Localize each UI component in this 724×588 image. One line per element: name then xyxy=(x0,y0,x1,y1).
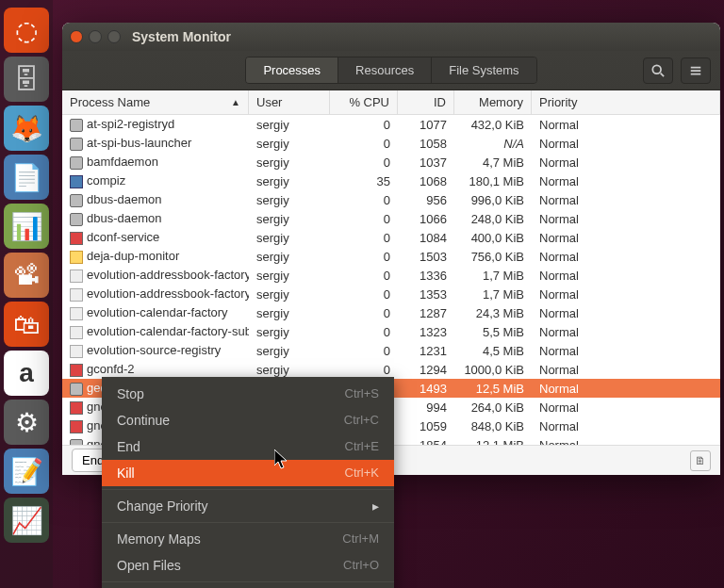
process-memory: 248,0 KiB xyxy=(454,212,532,226)
process-id: 1336 xyxy=(398,269,454,283)
process-id: 1059 xyxy=(398,419,454,433)
launcher-writer[interactable]: 📄 xyxy=(4,155,49,200)
process-icon xyxy=(70,156,83,170)
process-memory: 12,1 MiB xyxy=(454,438,532,446)
launcher-impress[interactable]: 📽 xyxy=(4,253,49,298)
process-icon xyxy=(70,251,83,264)
menu-end[interactable]: EndCtrl+E xyxy=(102,433,394,460)
process-memory: 996,0 KiB xyxy=(454,193,532,207)
process-cpu: 0 xyxy=(330,155,398,170)
table-row[interactable]: dbus-daemonsergiy0956996,0 KiBNormal xyxy=(62,190,720,209)
menu-separator xyxy=(102,489,394,490)
process-name: at-spi-bus-launcher xyxy=(87,136,191,150)
process-id: 1353 xyxy=(398,287,454,302)
launcher-files[interactable]: 🗄 xyxy=(4,57,49,102)
process-cpu: 0 xyxy=(330,118,398,132)
minimize-icon[interactable] xyxy=(89,30,102,43)
process-priority: Normal xyxy=(532,382,720,396)
table-row[interactable]: evolution-addressbook-factorysergiy01336… xyxy=(62,266,720,285)
process-priority: Normal xyxy=(532,325,720,339)
process-icon xyxy=(70,420,83,433)
process-name: evolution-addressbook-factory xyxy=(87,268,249,282)
process-name: evolution-calendar-factory xyxy=(87,305,228,319)
maximize-icon[interactable] xyxy=(107,30,121,43)
chevron-right-icon: ▸ xyxy=(372,498,379,514)
launcher-system-monitor[interactable]: 📈 xyxy=(4,498,49,543)
launcher-calc[interactable]: 📊 xyxy=(4,204,49,249)
launcher-amazon[interactable]: a xyxy=(4,351,49,396)
tab-filesystems[interactable]: File Systems xyxy=(432,57,535,83)
process-user: sergiy xyxy=(249,250,330,264)
header-user[interactable]: User xyxy=(249,90,330,114)
process-cpu: 0 xyxy=(330,231,398,245)
menu-button[interactable] xyxy=(681,57,711,84)
process-memory: 180,1 MiB xyxy=(454,174,532,188)
process-priority: Normal xyxy=(532,344,720,358)
table-row[interactable]: deja-dup-monitorsergiy01503756,0 KiBNorm… xyxy=(62,247,720,266)
header-priority[interactable]: Priority xyxy=(532,90,720,114)
process-user: sergiy xyxy=(249,212,330,226)
header-process-name[interactable]: Process Name▲ xyxy=(62,90,249,114)
menu-continue[interactable]: ContinueCtrl+C xyxy=(102,407,394,433)
table-row[interactable]: evolution-calendar-factory-subsergiy0132… xyxy=(62,322,720,341)
process-icon xyxy=(70,345,83,358)
process-cpu: 35 xyxy=(330,174,398,188)
table-row[interactable]: evolution-calendar-factorysergiy0128724,… xyxy=(62,303,720,322)
process-priority: Normal xyxy=(532,438,720,446)
titlebar[interactable]: System Monitor xyxy=(62,23,720,51)
process-cpu: 0 xyxy=(330,287,398,302)
process-priority: Normal xyxy=(532,118,720,132)
launcher-firefox[interactable]: 🦊 xyxy=(4,106,49,151)
process-user: sergiy xyxy=(249,325,330,339)
process-user: sergiy xyxy=(249,363,330,377)
process-id: 1231 xyxy=(398,344,454,358)
launcher-settings[interactable]: ⚙ xyxy=(4,400,49,445)
process-priority: Normal xyxy=(532,363,720,377)
close-icon[interactable] xyxy=(70,30,83,43)
process-name: dconf-service xyxy=(87,230,159,244)
properties-icon[interactable]: 🗎 xyxy=(690,450,711,471)
process-name: evolution-source-registry xyxy=(87,343,221,357)
process-user: sergiy xyxy=(249,287,330,302)
process-icon xyxy=(70,307,83,320)
menu-kill[interactable]: KillCtrl+K xyxy=(102,460,394,486)
launcher-gedit[interactable]: 📝 xyxy=(4,449,49,494)
tab-resources[interactable]: Resources xyxy=(338,57,432,83)
launcher-dash[interactable]: ◌ xyxy=(4,8,49,53)
table-row[interactable]: bamfdaemonsergiy010374,7 MiBNormal xyxy=(62,153,720,172)
process-name: gconfd-2 xyxy=(87,362,135,376)
process-priority: Normal xyxy=(532,306,720,320)
toolbar: Processes Resources File Systems xyxy=(62,51,720,90)
header-id[interactable]: ID xyxy=(398,90,454,114)
table-row[interactable]: compizsergiy351068180,1 MiBNormal xyxy=(62,172,720,190)
menu-memory-maps[interactable]: Memory MapsCtrl+M xyxy=(102,526,394,552)
process-icon xyxy=(70,213,83,226)
tab-group: Processes Resources File Systems xyxy=(245,57,536,84)
launcher-software[interactable]: 🛍 xyxy=(4,302,49,347)
menu-open-files[interactable]: Open FilesCtrl+O xyxy=(102,552,394,579)
process-icon xyxy=(70,326,83,339)
search-button[interactable] xyxy=(643,57,673,84)
hamburger-icon xyxy=(689,64,702,77)
table-row[interactable]: evolution-addressbook-factorysergiy01353… xyxy=(62,285,720,303)
process-icon xyxy=(70,175,83,188)
process-priority: Normal xyxy=(532,155,720,170)
process-user: sergiy xyxy=(249,137,330,151)
process-id: 1493 xyxy=(398,382,454,396)
process-user: sergiy xyxy=(249,193,330,207)
svg-point-0 xyxy=(652,65,661,74)
process-icon xyxy=(70,138,83,151)
tab-processes[interactable]: Processes xyxy=(246,57,338,83)
process-memory: 12,5 MiB xyxy=(454,382,532,396)
sort-asc-icon: ▲ xyxy=(231,97,240,107)
menu-change-priority[interactable]: Change Priority▸ xyxy=(102,493,394,519)
table-row[interactable]: dbus-daemonsergiy01066248,0 KiBNormal xyxy=(62,209,720,228)
table-row[interactable]: at-spi2-registrydsergiy01077432,0 KiBNor… xyxy=(62,115,720,134)
table-row[interactable]: evolution-source-registrysergiy012314,5 … xyxy=(62,341,720,360)
header-cpu[interactable]: % CPU xyxy=(330,90,398,114)
table-row[interactable]: gconfd-2sergiy012941000,0 KiBNormal xyxy=(62,360,720,379)
table-row[interactable]: dconf-servicesergiy01084400,0 KiBNormal xyxy=(62,228,720,247)
header-memory[interactable]: Memory xyxy=(454,90,532,114)
table-row[interactable]: at-spi-bus-launchersergiy01058N/ANormal xyxy=(62,134,720,153)
menu-stop[interactable]: StopCtrl+S xyxy=(102,381,394,407)
